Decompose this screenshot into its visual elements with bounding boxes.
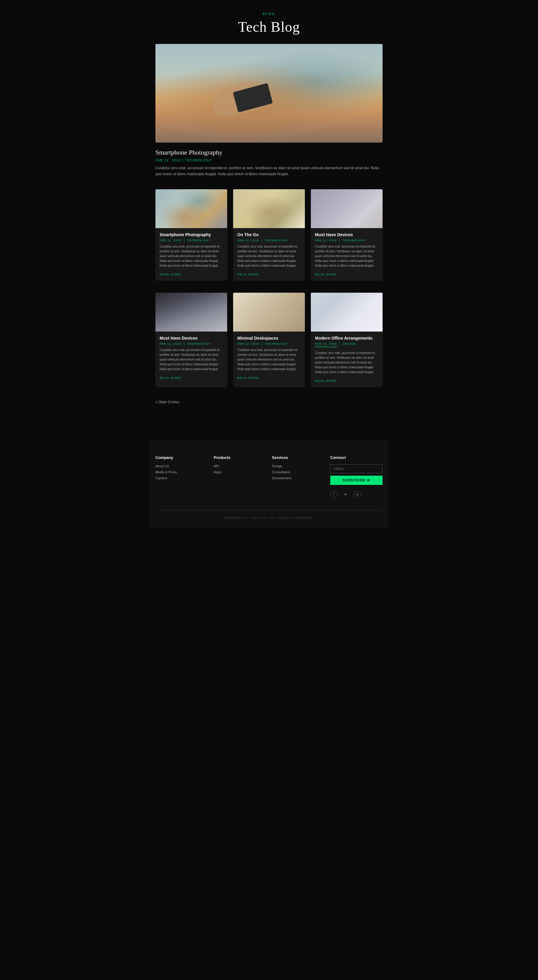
post-image-2[interactable] bbox=[233, 189, 305, 228]
footer-services-col: Services Design Consultation Development bbox=[272, 455, 324, 498]
post-meta-2: FEB 12, 2018 | TECHNOLOGY bbox=[237, 239, 301, 242]
post-title-1: Smartphone Photography bbox=[160, 232, 223, 237]
footer-copyright: COPYRIGHT © 2024 DIVI. ALL RIGHTS RESERV… bbox=[156, 510, 382, 519]
read-more-3[interactable]: READ MORE bbox=[315, 273, 337, 276]
pagination: « Older Entries bbox=[149, 396, 389, 417]
read-more-2[interactable]: READ MORE bbox=[237, 273, 259, 276]
blog-header: BLOG Tech Blog bbox=[149, 0, 389, 44]
footer-connect-col: Connect SUBSCRIBE ✉ f ✕ ◎ bbox=[330, 455, 382, 498]
post-excerpt-3: Curabitur arcu erat, accumsan id imperdi… bbox=[315, 244, 378, 268]
read-more-1[interactable]: READ MORE bbox=[160, 273, 181, 276]
post-title-5: Minimal Deskspaces bbox=[237, 336, 301, 340]
post-title-3: Must Have Devices bbox=[315, 232, 378, 237]
footer-link-media[interactable]: Media & Press bbox=[156, 470, 208, 474]
post-excerpt-4: Curabitur arcu erat, accumsan id imperdi… bbox=[160, 348, 223, 372]
post-excerpt-2: Curabitur arcu erat, accumsan id imperdi… bbox=[237, 244, 301, 268]
featured-excerpt: Curabitur arcu erat, accumsan id imperdi… bbox=[156, 165, 382, 177]
post-excerpt-1: Curabitur arcu erat, accumsan id imperdi… bbox=[160, 244, 223, 268]
post-excerpt-5: Curabitur arcu erat, accumsan id imperdi… bbox=[237, 348, 301, 372]
blog-label: BLOG bbox=[156, 12, 382, 16]
post-excerpt-6: Curabitur arcu erat, accumsan id imperdi… bbox=[315, 351, 378, 375]
post-card-1: Smartphone Photography FEB 12, 2018 | TE… bbox=[156, 189, 227, 281]
email-input[interactable] bbox=[330, 464, 382, 473]
footer-link-about[interactable]: About Us bbox=[156, 464, 208, 468]
footer-company-col: Company About Us Media & Press Careers bbox=[156, 455, 208, 498]
older-entries-link[interactable]: « Older Entries bbox=[156, 400, 179, 404]
featured-title: Smartphone Photography bbox=[156, 149, 382, 156]
footer: Company About Us Media & Press Careers P… bbox=[149, 441, 389, 528]
footer-link-design[interactable]: Design bbox=[272, 464, 324, 468]
post-meta-3: FEB 12, 2018 | TECHNOLOGY bbox=[315, 239, 378, 242]
post-image-5[interactable] bbox=[233, 293, 305, 332]
post-card-3: Must Have Devices FEB 12, 2018 | TECHNOL… bbox=[311, 189, 382, 281]
page-title: Tech Blog bbox=[156, 19, 382, 35]
footer-services-title: Services bbox=[272, 455, 324, 460]
post-meta-4: FEB 12, 2018 | TECHNOLOGY bbox=[160, 342, 223, 345]
read-more-4[interactable]: READ MORE bbox=[160, 376, 181, 379]
post-image-6[interactable] bbox=[311, 293, 382, 332]
post-meta-1: FEB 12, 2018 | TECHNOLOGY bbox=[160, 239, 223, 242]
post-card-6: Modern Office Arrangements FEB 12, 2018 … bbox=[311, 293, 382, 387]
twitter-x-icon[interactable]: ✕ bbox=[342, 491, 349, 498]
featured-image[interactable] bbox=[156, 44, 382, 143]
subscribe-button[interactable]: SUBSCRIBE ✉ bbox=[330, 476, 382, 485]
footer-company-title: Company bbox=[156, 455, 208, 460]
posts-grid-row2: Must Have Devices FEB 12, 2018 | TECHNOL… bbox=[149, 290, 389, 390]
post-image-1[interactable] bbox=[156, 189, 227, 228]
social-icons: f ✕ ◎ bbox=[330, 491, 382, 498]
footer-link-development[interactable]: Development bbox=[272, 476, 324, 480]
post-title-6: Modern Office Arrangements bbox=[315, 336, 378, 340]
read-more-5[interactable]: READ MORE bbox=[237, 376, 259, 379]
footer-connect-title: Connect bbox=[330, 455, 382, 460]
read-more-6[interactable]: READ MORE bbox=[315, 379, 337, 382]
post-image-4[interactable] bbox=[156, 293, 227, 332]
facebook-icon[interactable]: f bbox=[330, 491, 338, 498]
footer-link-consultation[interactable]: Consultation bbox=[272, 470, 324, 474]
post-title-2: On The Go bbox=[237, 232, 301, 237]
footer-link-apps[interactable]: Apps bbox=[214, 470, 266, 474]
featured-meta: FEB 12, 2018 | TECHNOLOGY bbox=[156, 159, 382, 162]
footer-products-col: Products API Apps bbox=[214, 455, 266, 498]
instagram-icon[interactable]: ◎ bbox=[354, 491, 361, 498]
post-card-4: Must Have Devices FEB 12, 2018 | TECHNOL… bbox=[156, 293, 227, 387]
post-card-5: Minimal Deskspaces FEB 12, 2018 | TECHNO… bbox=[233, 293, 305, 387]
footer-products-title: Products bbox=[214, 455, 266, 460]
post-image-3[interactable] bbox=[311, 189, 382, 228]
footer-link-api[interactable]: API bbox=[214, 464, 266, 468]
post-meta-5: FEB 12, 2018 | TECHNOLOGY bbox=[237, 342, 301, 345]
post-title-4: Must Have Devices bbox=[160, 336, 223, 340]
featured-post: Smartphone Photography FEB 12, 2018 | TE… bbox=[149, 44, 389, 186]
post-meta-6: FEB 12, 2018 | DESIGN,TECHNOLOGY bbox=[315, 342, 378, 348]
posts-grid-row1: Smartphone Photography FEB 12, 2018 | TE… bbox=[149, 186, 389, 284]
post-card-2: On The Go FEB 12, 2018 | TECHNOLOGY Cura… bbox=[233, 189, 305, 281]
footer-link-careers[interactable]: Careers bbox=[156, 476, 208, 480]
